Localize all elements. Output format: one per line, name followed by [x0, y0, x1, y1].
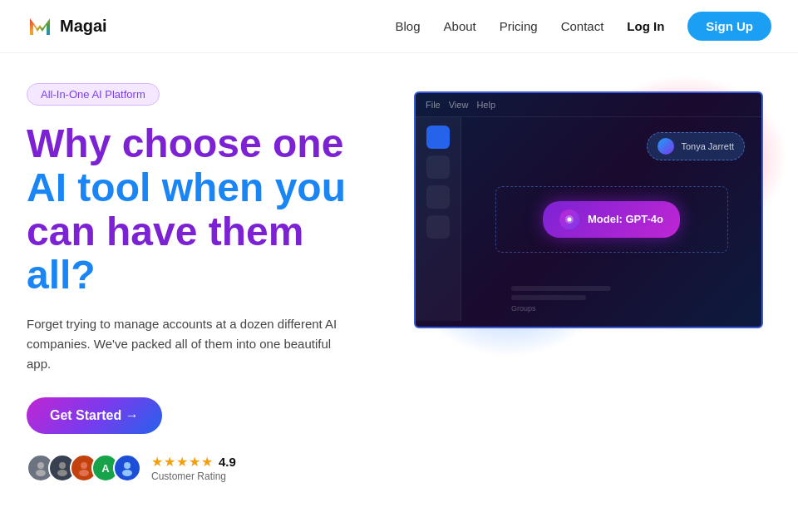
model-icon	[559, 209, 579, 229]
svg-point-2	[37, 462, 44, 469]
signup-button[interactable]: Sign Up	[687, 12, 771, 41]
hero-right: File View Help	[414, 83, 771, 341]
user-badge: Tonya Jarrett	[647, 132, 745, 160]
login-button[interactable]: Log In	[627, 19, 664, 33]
app-preview-wrapper: File View Help	[414, 91, 771, 341]
rating-number: 4.9	[219, 455, 236, 469]
app-row-line	[511, 295, 586, 300]
rating-row: A ★★★★★ 4.9 Customer Rating	[27, 454, 381, 482]
hero-title-line3: can have them	[27, 209, 303, 254]
avatar-group: A	[27, 454, 141, 482]
logo-text: Magai	[60, 17, 107, 36]
hero-description: Forget trying to manage accounts at a do…	[27, 314, 342, 374]
app-body: Tonya Jarrett Model	[416, 117, 761, 321]
svg-point-7	[79, 470, 89, 476]
svg-point-8	[124, 462, 131, 469]
hero-left: All-In-One AI Platform Why choose one AI…	[27, 83, 381, 482]
sidebar-dot	[426, 215, 450, 239]
navbar: Magai Blog About Pricing Contact Log In …	[0, 0, 798, 53]
user-name: Tonya Jarrett	[681, 141, 734, 151]
model-name: Model: GPT-4o	[588, 213, 663, 225]
svg-point-6	[81, 462, 87, 469]
svg-point-5	[57, 470, 67, 476]
user-avatar	[658, 138, 674, 155]
sidebar-dot	[426, 185, 450, 209]
sidebar-dot	[426, 155, 450, 179]
nav-contact[interactable]: Contact	[561, 19, 604, 33]
hero-title-line1: Why choose one	[27, 121, 343, 165]
hero-title: Why choose one AI tool when you can have…	[27, 122, 381, 298]
svg-point-9	[122, 470, 132, 476]
nav-pricing[interactable]: Pricing	[500, 19, 538, 33]
nav-blog[interactable]: Blog	[396, 19, 421, 33]
app-topbar: File View Help	[416, 93, 761, 117]
hero-title-line4: all?	[27, 253, 96, 297]
svg-point-4	[59, 462, 66, 469]
nav-links: Blog About Pricing Contact Log In Sign U…	[396, 12, 771, 41]
stars: ★★★★★	[151, 454, 214, 470]
nav-about[interactable]: About	[444, 19, 476, 33]
app-label: Groups	[511, 304, 611, 313]
rating-info: ★★★★★ 4.9 Customer Rating	[151, 454, 236, 482]
logo-icon	[27, 13, 53, 40]
avatar	[113, 454, 141, 482]
app-preview: File View Help	[414, 91, 763, 328]
hero-badge: All-In-One AI Platform	[27, 83, 160, 106]
app-main: Tonya Jarrett Model	[461, 117, 761, 321]
sidebar-dot	[426, 126, 450, 149]
get-started-button[interactable]: Get Started →	[27, 397, 162, 434]
svg-point-11	[568, 217, 572, 221]
hero-section: All-In-One AI Platform Why choose one AI…	[0, 53, 798, 499]
rating-label: Customer Rating	[151, 470, 236, 482]
app-bottom-rows: Groups	[511, 286, 611, 313]
logo[interactable]: Magai	[27, 13, 107, 40]
model-selector: Model: GPT-4o	[543, 201, 680, 238]
svg-point-3	[36, 470, 46, 476]
app-row-line	[511, 286, 611, 291]
app-sidebar	[416, 117, 461, 321]
hero-title-line2: AI tool when you	[27, 165, 346, 209]
